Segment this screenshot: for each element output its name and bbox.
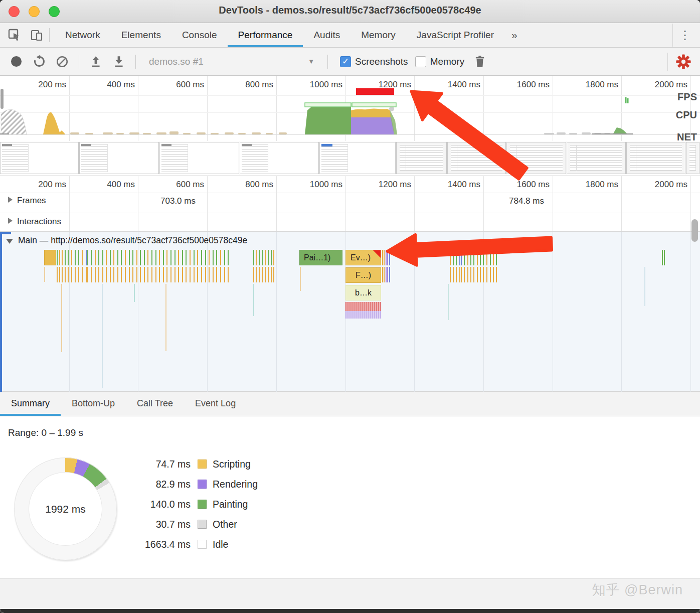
ruler-label: 1000 ms bbox=[285, 80, 342, 90]
divider bbox=[49, 28, 50, 42]
legend-value: 82.9 ms bbox=[133, 479, 191, 490]
settings-gear-icon[interactable] bbox=[667, 53, 691, 71]
flame-event-tick bbox=[220, 250, 221, 265]
screenshot-thumbnail bbox=[570, 145, 622, 171]
flame-event-tick bbox=[65, 267, 66, 282]
gridline bbox=[69, 232, 70, 392]
filmstrip-screenshot[interactable] bbox=[0, 142, 79, 174]
tab-memory[interactable]: Memory bbox=[351, 23, 406, 47]
timeline-overview[interactable]: 200 ms400 ms600 ms800 ms1000 ms1200 ms14… bbox=[0, 76, 700, 141]
flame-event-tick bbox=[496, 267, 497, 282]
gridline bbox=[207, 232, 208, 392]
flame-event-tick bbox=[386, 267, 387, 282]
net-lane-label: NET bbox=[677, 131, 697, 143]
record-button[interactable] bbox=[11, 56, 22, 67]
time-breakdown-donut: 1992 ms bbox=[14, 457, 117, 560]
filmstrip-screenshot[interactable] bbox=[567, 142, 626, 174]
divider bbox=[135, 55, 136, 69]
tab-event-log[interactable]: Event Log bbox=[184, 392, 247, 416]
filmstrip-screenshot[interactable] bbox=[626, 142, 685, 174]
legend-label: Scripting bbox=[213, 458, 251, 470]
tab-audits[interactable]: Audits bbox=[303, 23, 351, 47]
flame-event-tick bbox=[113, 267, 114, 282]
flame-event-tick bbox=[57, 250, 58, 265]
tab-console[interactable]: Console bbox=[171, 23, 228, 47]
flame-event-tick bbox=[389, 250, 390, 265]
gridline bbox=[276, 176, 277, 232]
history-select[interactable]: demos.so #1 ▼ bbox=[144, 53, 319, 70]
fps-lane-label: FPS bbox=[677, 91, 697, 103]
main-track-header[interactable]: Main — http://demos.so/result/5c73acf736… bbox=[18, 235, 247, 246]
gridline bbox=[207, 176, 208, 232]
filmstrip-screenshot[interactable] bbox=[240, 142, 319, 174]
flame-event-tick bbox=[265, 267, 266, 282]
interactions-expand-icon[interactable] bbox=[8, 218, 13, 224]
tab-bottom-up[interactable]: Bottom-Up bbox=[61, 392, 126, 416]
flame-connector-line bbox=[300, 267, 301, 291]
tab-call-tree[interactable]: Call Tree bbox=[126, 392, 184, 416]
inspect-element-icon[interactable] bbox=[7, 28, 22, 43]
flame-event-tick bbox=[59, 267, 60, 282]
flame-event-tick bbox=[265, 250, 266, 265]
legend-value: 1663.4 ms bbox=[133, 539, 191, 550]
memory-checkbox[interactable] bbox=[415, 56, 426, 67]
screenshots-label[interactable]: Screenshots bbox=[355, 56, 408, 67]
gridline bbox=[690, 176, 691, 232]
summary-legend: 74.7 msScripting82.9 msRendering140.0 ms… bbox=[133, 454, 258, 554]
gridline bbox=[276, 232, 277, 392]
thumbnail-header bbox=[81, 144, 91, 146]
flame-connector-line bbox=[44, 267, 45, 282]
gridline bbox=[69, 176, 70, 232]
tab-performance[interactable]: Performance bbox=[228, 23, 303, 47]
flame-block-script[interactable] bbox=[44, 250, 56, 265]
tab-elements[interactable]: Elements bbox=[111, 23, 171, 47]
tab-javascript-profiler[interactable]: JavaScript Profiler bbox=[406, 23, 504, 47]
flame-block-callback[interactable]: b…k bbox=[345, 285, 381, 300]
vertical-scrollbar-thumb[interactable] bbox=[691, 219, 698, 242]
flame-event-tick bbox=[259, 250, 260, 265]
flame-block-function[interactable]: F…) bbox=[345, 267, 381, 283]
flame-event-tick bbox=[125, 267, 126, 282]
flame-event-tick bbox=[110, 250, 111, 265]
interactions-row-label[interactable]: Interactions bbox=[17, 217, 61, 227]
screenshot-thumbnail bbox=[451, 145, 502, 171]
flame-event-tick bbox=[129, 250, 130, 265]
flame-event-tick bbox=[209, 250, 210, 265]
flame-event-tick bbox=[662, 250, 663, 265]
collapse-triangle-icon[interactable] bbox=[6, 239, 13, 244]
filmstrip-screenshot[interactable] bbox=[396, 142, 447, 174]
flame-block-event[interactable]: Ev…) bbox=[345, 250, 381, 265]
filmstrip-screenshot[interactable] bbox=[686, 142, 699, 174]
flame-block-striped[interactable] bbox=[345, 302, 381, 319]
flame-event-tick bbox=[382, 267, 383, 282]
filmstrip-screenshot[interactable] bbox=[159, 142, 239, 174]
flame-event-tick bbox=[178, 250, 179, 265]
main-thread-track[interactable]: Main — http://demos.so/result/5c73acf736… bbox=[0, 232, 700, 392]
flame-event-tick bbox=[155, 267, 156, 282]
screenshots-checkbox[interactable]: ✓ bbox=[340, 56, 351, 67]
trash-icon[interactable] bbox=[472, 54, 487, 69]
load-profile-icon[interactable] bbox=[88, 54, 103, 69]
tab-network[interactable]: Network bbox=[55, 23, 111, 47]
flame-block-paint[interactable]: Pai…1) bbox=[299, 250, 342, 265]
more-panels-chevron[interactable]: » bbox=[504, 29, 524, 41]
filmstrip-screenshot[interactable] bbox=[506, 142, 566, 174]
menu-kebab-icon[interactable]: ⋮ bbox=[672, 24, 697, 47]
reload-and-record-icon[interactable] bbox=[32, 54, 47, 69]
track-selection-bar bbox=[0, 232, 2, 392]
filmstrip-screenshot[interactable] bbox=[79, 142, 159, 174]
flame-event-tick bbox=[464, 267, 465, 282]
flame-event-tick bbox=[144, 267, 145, 282]
memory-label[interactable]: Memory bbox=[430, 56, 465, 67]
clear-recordings-icon[interactable] bbox=[55, 54, 70, 69]
save-profile-icon[interactable] bbox=[111, 54, 126, 69]
tab-summary[interactable]: Summary bbox=[0, 392, 61, 416]
filmstrip-screenshot[interactable] bbox=[319, 142, 396, 174]
frames-row-label[interactable]: Frames bbox=[17, 196, 46, 206]
frames-expand-icon[interactable] bbox=[8, 197, 13, 203]
filmstrip-screenshot[interactable] bbox=[447, 142, 506, 174]
ruler-label: 1800 ms bbox=[561, 80, 618, 90]
flame-event-tick bbox=[65, 250, 66, 265]
window-bottom-edge bbox=[0, 609, 700, 613]
device-toolbar-icon[interactable] bbox=[29, 28, 44, 43]
